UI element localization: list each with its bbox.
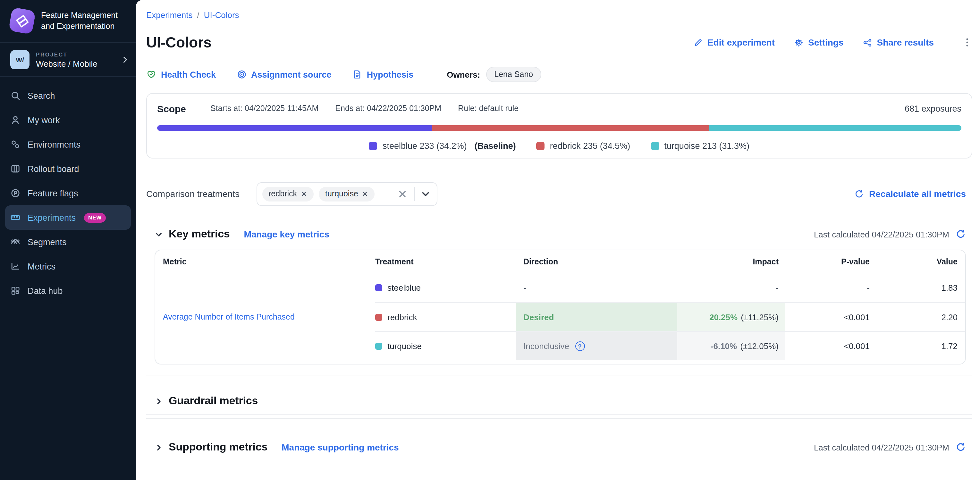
brand-title: Feature Management and Experimentation bbox=[41, 10, 127, 32]
recalculate-all-metrics-button[interactable]: Recalculate all metrics bbox=[854, 189, 966, 199]
ruler-icon bbox=[10, 212, 21, 223]
chevron-down-icon[interactable] bbox=[420, 189, 430, 199]
section-divider bbox=[146, 414, 972, 415]
supporting-section: Supporting metrics Manage supporting met… bbox=[154, 438, 966, 456]
col-header-metric: Metric bbox=[155, 250, 375, 273]
redbrick-swatch bbox=[375, 314, 382, 321]
chip-turquoise[interactable]: turquoise bbox=[319, 187, 375, 201]
bar-segment-redbrick bbox=[432, 125, 710, 131]
breadcrumb-experiments[interactable]: Experiments bbox=[146, 10, 193, 20]
breadcrumb: Experiments / UI-Colors bbox=[146, 10, 972, 20]
search-icon bbox=[10, 91, 21, 101]
assignment-source-link[interactable]: Assignment source bbox=[236, 69, 332, 80]
share-results-button[interactable]: Share results bbox=[863, 37, 934, 48]
project-meta: PROJECT Website / Mobile bbox=[36, 51, 114, 69]
help-icon[interactable]: ? bbox=[575, 341, 585, 351]
scope-summary: Scope Starts at: 04/20/2025 11:45AM Ends… bbox=[157, 102, 961, 115]
heart-check-icon bbox=[146, 69, 156, 80]
sidebar-item-label: Feature flags bbox=[27, 188, 78, 198]
col-header-direction: Direction bbox=[515, 250, 677, 273]
bar-segment-turquoise bbox=[710, 125, 961, 131]
sidebar-item-experiments[interactable]: Experiments NEW bbox=[5, 205, 131, 230]
sidebar-item-search[interactable]: Search bbox=[0, 83, 136, 108]
owner-chip[interactable]: Lena Sano bbox=[486, 67, 541, 82]
supporting-title: Supporting metrics bbox=[169, 441, 267, 454]
breadcrumb-separator: / bbox=[197, 10, 199, 20]
col-header-impact: Impact bbox=[677, 250, 785, 273]
chevron-right-icon bbox=[121, 55, 130, 64]
key-metrics-title: Key metrics bbox=[169, 228, 230, 241]
health-check-link[interactable]: Health Check bbox=[146, 69, 216, 80]
treatment-name: steelblue bbox=[387, 283, 421, 293]
breadcrumb-current[interactable]: UI-Colors bbox=[204, 10, 239, 20]
guardrail-title: Guardrail metrics bbox=[169, 395, 258, 408]
sidebar-item-label: Search bbox=[27, 91, 55, 100]
metric-link[interactable]: Average Number of Items Purchased bbox=[163, 312, 295, 321]
refresh-icon[interactable] bbox=[956, 229, 966, 239]
sidebar-item-segments[interactable]: Segments bbox=[0, 230, 136, 254]
columns-icon bbox=[10, 164, 21, 174]
grid-icon bbox=[10, 285, 21, 296]
meta-row: Health Check Assignment source Hypothesi… bbox=[146, 66, 972, 83]
impact-cell: -6.10%(±12.05%) bbox=[677, 331, 785, 360]
supporting-header: Supporting metrics Manage supporting met… bbox=[154, 438, 966, 456]
sidebar-item-label: Data hub bbox=[27, 286, 63, 295]
scope-starts: Starts at: 04/20/2025 11:45AM bbox=[210, 104, 318, 113]
impact-value: -6.10% bbox=[711, 341, 737, 351]
chip-remove-icon[interactable] bbox=[301, 191, 307, 197]
direction-cell-desired: Desired bbox=[515, 302, 677, 331]
chevron-right-icon[interactable] bbox=[154, 397, 163, 405]
share-results-label: Share results bbox=[877, 37, 934, 48]
legend-item-turquoise: turquoise 213 (31.3%) bbox=[651, 141, 749, 151]
sidebar: Feature Management and Experimentation W… bbox=[0, 0, 136, 480]
refresh-icon[interactable] bbox=[956, 442, 966, 453]
page-header: UI-Colors Edit experiment Settings Share… bbox=[146, 32, 972, 53]
sidebar-item-label: Environments bbox=[27, 140, 81, 149]
chip-redbrick[interactable]: redbrick bbox=[262, 187, 313, 201]
chip-remove-icon[interactable] bbox=[362, 191, 369, 197]
assignment-source-label: Assignment source bbox=[251, 70, 332, 79]
section-divider bbox=[146, 418, 972, 419]
header-actions: Edit experiment Settings Share results bbox=[693, 37, 972, 48]
chevron-down-icon[interactable] bbox=[154, 230, 163, 238]
user-icon bbox=[10, 115, 21, 125]
sidebar-item-environments[interactable]: Environments bbox=[0, 132, 136, 156]
hypothesis-link[interactable]: Hypothesis bbox=[352, 69, 414, 80]
chevron-right-icon[interactable] bbox=[154, 443, 163, 451]
comparison-row: Comparison treatments redbrick turquoise… bbox=[146, 182, 972, 206]
sidebar-item-data-hub[interactable]: Data hub bbox=[0, 279, 136, 303]
impact-cell: - bbox=[677, 273, 785, 302]
legend-item-steelblue: steelblue 233 (34.2%) (Baseline) bbox=[369, 141, 516, 151]
manage-supporting-metrics-link[interactable]: Manage supporting metrics bbox=[282, 442, 399, 453]
sidebar-item-rollout-board[interactable]: Rollout board bbox=[0, 156, 136, 181]
col-header-pvalue: P-value bbox=[785, 250, 875, 273]
project-label: PROJECT bbox=[36, 51, 114, 57]
key-metrics-section: Key metrics Manage key metrics Last calc… bbox=[154, 225, 966, 365]
brand: Feature Management and Experimentation bbox=[0, 0, 136, 43]
chip-label: turquoise bbox=[325, 189, 358, 198]
flag-circle-icon bbox=[10, 188, 21, 198]
steelblue-swatch bbox=[369, 142, 377, 150]
settings-button[interactable]: Settings bbox=[794, 37, 843, 48]
last-calculated-text: Last calculated 04/22/2025 01:30PM bbox=[814, 442, 949, 452]
treatments-select[interactable]: redbrick turquoise bbox=[256, 182, 437, 206]
turquoise-swatch bbox=[651, 142, 659, 150]
health-check-label: Health Check bbox=[161, 70, 216, 79]
new-badge: NEW bbox=[84, 213, 106, 222]
project-switcher[interactable]: W/ PROJECT Website / Mobile bbox=[0, 43, 136, 77]
treatment-cell-turquoise: turquoise bbox=[375, 331, 515, 360]
impact-ci: (±11.25%) bbox=[741, 312, 779, 322]
hexagons-icon bbox=[10, 139, 21, 150]
clear-selection-icon[interactable] bbox=[397, 189, 407, 199]
edit-experiment-button[interactable]: Edit experiment bbox=[693, 37, 775, 48]
sidebar-item-metrics[interactable]: Metrics bbox=[0, 254, 136, 279]
bar-segment-steelblue bbox=[157, 125, 432, 131]
key-metrics-table: Metric Treatment Direction Impact P-valu… bbox=[155, 250, 965, 360]
select-divider bbox=[414, 187, 415, 201]
treatment-cell-redbrick: redbrick bbox=[375, 302, 515, 331]
sidebar-item-feature-flags[interactable]: Feature flags bbox=[0, 181, 136, 205]
scope-title: Scope bbox=[157, 103, 186, 114]
manage-key-metrics-link[interactable]: Manage key metrics bbox=[244, 229, 329, 239]
more-options-icon[interactable] bbox=[962, 37, 972, 48]
sidebar-item-my-work[interactable]: My work bbox=[0, 108, 136, 132]
